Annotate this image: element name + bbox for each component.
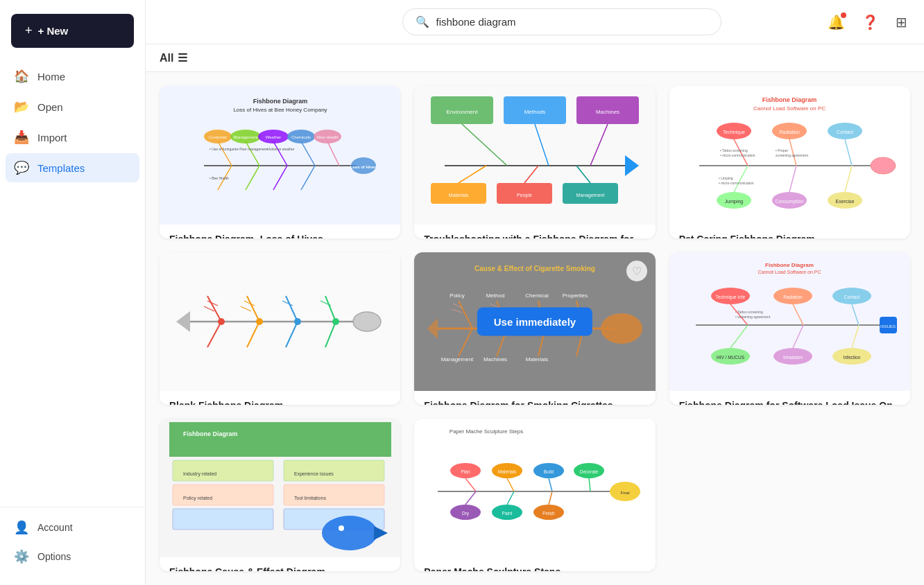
open-icon: 📂 [14,99,29,114]
svg-text:People: People [517,193,532,198]
svg-point-96 [332,318,339,325]
svg-line-90 [247,322,259,347]
svg-line-91 [286,322,298,347]
svg-point-51 [871,157,896,174]
svg-line-89 [207,322,221,347]
svg-line-183 [549,491,552,505]
svg-text:• micro-communication: • micro-communication [719,181,754,185]
svg-line-67 [734,166,748,192]
svg-text:Contact: Contact [837,130,853,134]
svg-line-82 [325,296,336,322]
svg-line-7 [273,141,287,166]
template-card-software-load[interactable]: Fishbone Diagram Cannot Load Software on… [669,252,910,405]
svg-text:Finish: Finish [542,511,555,516]
svg-line-36 [462,124,507,166]
sidebar-item-templates[interactable]: 💬 Templates [6,153,139,182]
svg-text:Chemical: Chemical [525,292,549,299]
svg-text:Industry related: Industry related [183,471,216,477]
use-immediately-button[interactable]: Use immediately [477,308,592,336]
svg-line-179 [549,478,552,491]
svg-text:HIV / MUCUS: HIV / MUCUS [717,355,745,360]
svg-marker-77 [176,311,190,332]
search-input[interactable] [436,16,708,28]
svg-text:Contact: Contact [844,295,860,299]
template-card-loss-hives[interactable]: Fishbone Diagram Loss of Hives at Bee Ho… [160,86,400,238]
card-title: Pet Caring Fishbone Diagram [679,233,900,238]
template-card-paper-mache[interactable]: Paper Mache Sculpture Steps Final Plan M… [414,419,655,571]
svg-text:Weather: Weather [265,135,281,139]
svg-point-156 [322,516,377,550]
svg-line-69 [845,166,852,192]
template-card-blank[interactable]: Blank Fishbone Diagram [160,252,400,405]
template-card-pet-caring[interactable]: Fishbone Diagram Cannot Load Software on… [669,86,910,238]
card-title: Blank Fishbone Diagram [169,399,391,405]
fishbone-blank-svg [169,256,391,387]
svg-text:Infection: Infection [844,355,861,360]
card-info: Fishbone Diagram for Software Load Issue… [669,391,910,405]
svg-text:Fishbone Diagram: Fishbone Diagram [183,430,238,437]
svg-text:Management: Management [441,356,474,363]
svg-line-6 [246,141,259,166]
svg-line-5 [218,141,232,166]
svg-line-37 [535,124,549,166]
heart-button[interactable]: ♡ [626,261,647,281]
svg-text:Jumping: Jumping [725,199,744,204]
svg-text:Loss of Hives at Bee Honey Com: Loss of Hives at Bee Honey Company [233,107,327,113]
card-info: Blank Fishbone Diagram [160,391,400,405]
new-button[interactable]: + + New [11,14,134,48]
svg-text:Environment: Environment [447,109,479,115]
svg-text:Machines: Machines [596,109,619,115]
svg-text:Customer: Customer [209,135,227,139]
svg-line-181 [465,491,476,505]
sidebar-item-import[interactable]: 📥 Import [6,123,139,152]
grid-button[interactable]: ⊞ [893,11,910,33]
sidebar-item-home[interactable]: 🏠 Home [6,62,139,91]
card-image: Fishbone Diagram Cannot Load Software on… [669,86,910,225]
svg-line-47 [576,166,590,183]
svg-text:Radiation: Radiation [780,130,801,134]
sidebar-item-open[interactable]: 📂 Open [6,92,139,121]
card-info: Fishbone Diagram for Smoking Cigrattes 👁… [414,391,655,405]
card-info: Fishbone Cause & Effect Diagram [160,557,400,571]
svg-line-117 [452,309,462,313]
svg-text:• micro-communication: • micro-communication [720,153,755,157]
help-button[interactable]: ❓ [859,11,882,33]
svg-text:Cannot Load Software on PC: Cannot Load Software on PC [753,105,825,112]
svg-text:Experience issues: Experience issues [294,471,334,477]
main-content: 🔍 🔔 ❓ ⊞ All ☰ Fishbone Diagram Lo [146,0,924,585]
svg-line-139 [730,325,748,348]
fishbone-diagram-svg: Fishbone Diagram Cannot Load Software on… [678,89,900,221]
svg-point-94 [256,318,263,325]
fishbone-software-svg: Fishbone Diagram Cannot Load Software on… [678,256,900,387]
svg-line-86 [241,306,251,311]
svg-rect-144 [169,422,391,457]
svg-text:Plan: Plan [461,469,470,474]
svg-line-140 [793,325,803,348]
svg-line-45 [459,166,486,183]
card-info: Fishbone Diagram- Loss of Hives 👁 59 ♡ 0… [160,225,400,238]
card-image: Fishbone Diagram Loss of Hives at Bee Ho… [160,86,400,225]
filter-all-button[interactable]: All ☰ [160,51,187,64]
svg-line-66 [845,139,852,166]
template-card-smoking[interactable]: ♡ Cause & Effect of Cigarette Smoking [414,252,655,405]
search-bar: 🔍 [402,8,721,35]
card-title: Fishbone Diagram- Loss of Hives [169,233,391,238]
svg-line-64 [734,139,748,166]
template-card-troubleshoot[interactable]: Environment Methods Machines Materials [414,86,655,238]
svg-text:Radiation: Radiation [784,295,803,299]
svg-text:• Limping: • Limping [719,176,733,180]
svg-text:Policy: Policy [450,292,464,299]
svg-text:Tool limitations: Tool limitations [294,496,326,500]
svg-text:Methods: Methods [524,109,546,115]
svg-text:Hive Health: Hive Health [316,135,338,139]
svg-text:Technique Infe: Technique Infe [716,295,746,300]
template-card-cause-effect[interactable]: Fishbone Diagram Industry related Experi… [160,419,400,571]
filter-bar: All ☰ [146,44,924,72]
svg-text:• Adverse weather: • Adverse weather [266,147,295,151]
topbar-actions: 🔔 ❓ ⊞ [825,11,910,33]
sidebar-item-options[interactable]: ⚙️ Options [6,542,139,571]
svg-text:Method: Method [486,292,505,299]
notification-button[interactable]: 🔔 [825,11,848,33]
svg-line-180 [589,478,590,491]
sidebar-item-account[interactable]: 👤 Account [6,513,139,542]
